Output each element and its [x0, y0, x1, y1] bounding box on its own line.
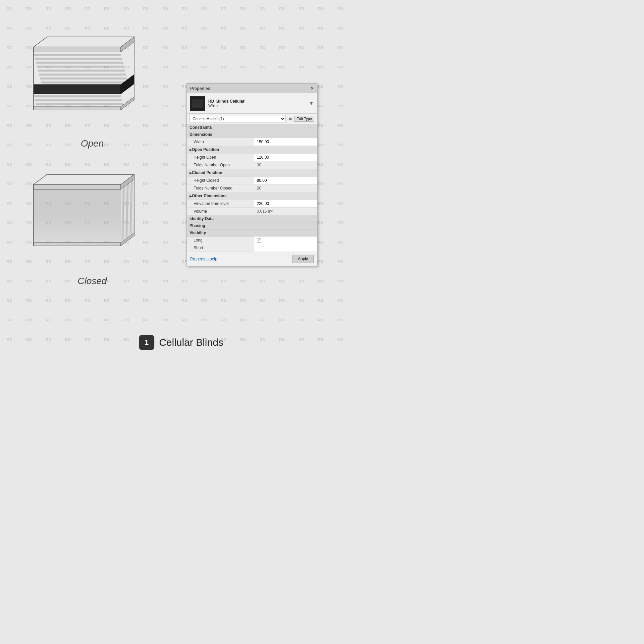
bottom-badge: 1 [139, 335, 154, 350]
properties-panel: Properties × RD_Blind [186, 83, 317, 266]
value-width[interactable]: 150.00 [254, 138, 317, 146]
apply-button[interactable]: Apply [292, 255, 314, 263]
row-short: Short [187, 244, 317, 252]
svg-marker-27 [34, 85, 121, 94]
properties-help-link[interactable]: Properties help [190, 257, 217, 261]
model-thumbnail [190, 96, 205, 111]
svg-marker-42 [34, 174, 134, 184]
value-height-closed[interactable]: 80.00 [254, 177, 317, 184]
grid-icon: ⊞ [289, 117, 292, 121]
row-open-position: Open Position [187, 146, 317, 154]
svg-marker-43 [34, 184, 121, 190]
label-volume: Volume [187, 208, 254, 215]
label-closed-position: Closed Position [187, 169, 317, 176]
closed-label: Closed [20, 276, 164, 286]
label-width: Width [187, 138, 254, 146]
svg-marker-97 [34, 243, 121, 246]
row-closed-position: Closed Position [187, 169, 317, 177]
model-name: RD_Blinds Cellular [208, 99, 245, 104]
label-folds-closed: Folds Number Closed [187, 184, 254, 192]
value-volume: 0.016 m³ [254, 208, 317, 215]
bottom-label-area: 1 Cellular Blinds [139, 335, 223, 350]
bottom-text: Cellular Blinds [159, 337, 223, 348]
label-elevation: Elevation from level [187, 200, 254, 207]
category-dropdown[interactable]: Generic Models (1) [190, 115, 286, 122]
value-folds-open: 30 [254, 161, 317, 169]
row-volume: Volume 0.016 m³ [187, 208, 317, 215]
row-other-dimensions: Other Dimensions [187, 192, 317, 200]
edit-type-button[interactable]: Edit Type [294, 116, 314, 122]
section-visibility[interactable]: Visibility [187, 229, 317, 236]
label-long: Long [187, 236, 254, 244]
checkbox-short[interactable] [257, 246, 261, 250]
label-height-closed: Height Closed [187, 177, 254, 184]
value-folds-closed: 20 [254, 184, 317, 192]
label-other-dimensions: Other Dimensions [187, 192, 317, 200]
row-height-closed: Height Closed 80.00 [187, 177, 317, 184]
value-elevation[interactable]: 220.00 [254, 200, 317, 207]
model-sub: White [208, 104, 245, 108]
svg-marker-38 [34, 107, 121, 110]
blind-closed-illustration: Closed [20, 164, 164, 292]
open-label: Open [20, 138, 164, 149]
panel-footer: Properties help Apply [187, 252, 317, 266]
row-long: Long ✓ [187, 236, 317, 244]
section-dimensions[interactable]: Dimensions [187, 131, 317, 138]
dropdown-row: Generic Models (1) ⊞ Edit Type [187, 114, 317, 124]
model-info: RD_Blinds Cellular White [208, 99, 245, 108]
row-folds-closed: Folds Number Closed 20 [187, 184, 317, 192]
label-height-open: Height Open [187, 154, 254, 161]
row-width: Width 150.00 [187, 138, 317, 146]
label-open-position: Open Position [187, 146, 317, 153]
svg-marker-0 [34, 37, 134, 47]
label-folds-open: Folds Number Open [187, 161, 254, 169]
row-folds-open: Folds Number Open 30 [187, 161, 317, 169]
value-short[interactable] [254, 244, 317, 252]
svg-marker-28 [121, 74, 134, 94]
panel-titlebar: Properties × [187, 84, 317, 93]
dropdown-arrow-right: ▼ [309, 101, 314, 106]
row-elevation: Elevation from level 220.00 [187, 200, 317, 208]
svg-marker-98 [121, 232, 134, 246]
checkbox-long[interactable]: ✓ [257, 238, 261, 243]
value-height-open[interactable]: 120.00 [254, 154, 317, 161]
panel-close-button[interactable]: × [311, 86, 314, 91]
section-phasing[interactable]: Phasing [187, 222, 317, 229]
blind-open-illustration: Open [20, 27, 164, 154]
section-constraints[interactable]: Constraints [187, 124, 317, 131]
section-identity-data[interactable]: Identity Data [187, 215, 317, 222]
panel-title: Properties [190, 86, 210, 91]
row-height-open: Height Open 120.00 [187, 154, 317, 161]
value-long[interactable]: ✓ [254, 236, 317, 244]
label-short: Short [187, 244, 254, 252]
svg-marker-1 [34, 47, 121, 52]
panel-header: RD_Blinds Cellular White ▼ [187, 93, 317, 114]
